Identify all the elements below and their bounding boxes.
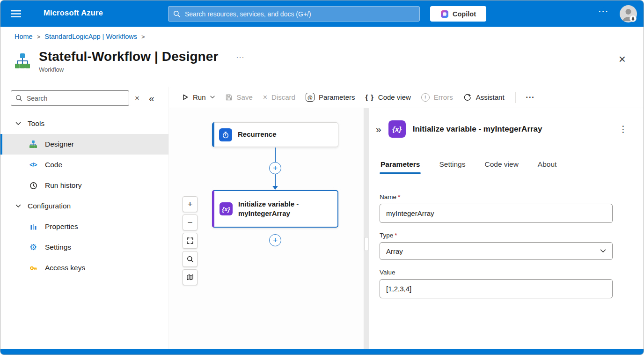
node-initialize-variable[interactable]: {x} Initialize variable - myIntegerArray bbox=[212, 190, 338, 228]
node-accent bbox=[212, 122, 214, 147]
panel-title: Initialize variable - myIntegerArray bbox=[413, 125, 608, 134]
breadcrumb-home-link[interactable]: Home bbox=[15, 33, 33, 40]
assistant-label: Assistant bbox=[476, 93, 505, 101]
play-icon bbox=[182, 94, 189, 101]
tab-settings[interactable]: Settings bbox=[438, 160, 466, 174]
add-step-button[interactable]: + bbox=[269, 234, 281, 246]
node-accent bbox=[212, 190, 214, 228]
type-select[interactable]: Array bbox=[380, 242, 613, 260]
sidebar-search[interactable] bbox=[11, 90, 129, 106]
designer-content: Recurrence + {x} Initialize variable - m… bbox=[169, 108, 644, 349]
errors-icon: ! bbox=[421, 93, 430, 102]
zoom-in-button[interactable]: + bbox=[183, 196, 198, 212]
hamburger-menu-button[interactable] bbox=[9, 7, 23, 20]
insert-step-button[interactable]: + bbox=[269, 162, 281, 174]
sidebar-section-configuration[interactable]: Configuration bbox=[0, 196, 168, 216]
breadcrumb: Home > StandardLogicApp | Workflows > bbox=[0, 27, 644, 46]
workspace: × « Tools bbox=[0, 87, 644, 349]
tab-parameters[interactable]: Parameters bbox=[380, 160, 421, 174]
errors-label: Errors bbox=[434, 93, 453, 101]
avatar-person-lock-icon bbox=[620, 5, 637, 22]
clock-icon bbox=[29, 182, 38, 190]
run-button[interactable]: Run bbox=[176, 90, 220, 104]
close-button[interactable]: × bbox=[619, 53, 626, 65]
save-label: Save bbox=[237, 93, 253, 101]
name-field-label: Name bbox=[380, 193, 396, 200]
node-label: Recurrence bbox=[238, 130, 277, 139]
parameters-button[interactable]: @ Parameters bbox=[300, 89, 360, 105]
global-search[interactable] bbox=[168, 6, 420, 22]
global-search-input[interactable] bbox=[184, 10, 415, 18]
required-asterisk: * bbox=[398, 193, 400, 200]
page-subtitle: Workflow bbox=[39, 66, 245, 73]
header-more-button[interactable]: ··· bbox=[599, 7, 609, 16]
sidebar-item-properties[interactable]: Properties bbox=[0, 216, 168, 237]
sidebar-item-label: Run history bbox=[45, 181, 81, 190]
code-view-button[interactable]: { } Code view bbox=[360, 90, 416, 104]
assistant-sparkle-icon bbox=[463, 93, 472, 102]
tab-code-view[interactable]: Code view bbox=[483, 160, 519, 174]
node-recurrence[interactable]: Recurrence bbox=[212, 122, 338, 147]
key-icon bbox=[29, 264, 38, 272]
chevron-down-icon bbox=[15, 122, 21, 126]
command-bar: Run Save × Discard @ Parameters { } bbox=[169, 87, 644, 108]
breadcrumb-app-link[interactable]: StandardLogicApp | Workflows bbox=[44, 33, 137, 40]
sidebar-search-clear-button[interactable]: × bbox=[135, 94, 139, 102]
discard-button[interactable]: × Discard bbox=[258, 90, 300, 104]
sidebar-item-access-keys[interactable]: Access keys bbox=[0, 258, 168, 278]
designer-workflow-icon bbox=[29, 140, 38, 148]
chevron-down-icon bbox=[210, 96, 215, 99]
sidebar-item-label: Designer bbox=[45, 140, 74, 148]
breadcrumb-separator: > bbox=[141, 33, 145, 40]
designer-main: Run Save × Discard @ Parameters { } bbox=[169, 87, 644, 349]
azure-portal-window: Microsoft Azure Copilot ··· Home bbox=[0, 0, 644, 355]
errors-button[interactable]: ! Errors bbox=[416, 90, 458, 105]
azure-brand[interactable]: Microsoft Azure bbox=[44, 8, 103, 17]
required-asterisk: * bbox=[395, 232, 397, 239]
properties-bars-icon bbox=[29, 223, 38, 230]
code-view-label: Code view bbox=[378, 93, 411, 101]
details-panel: » {x} Initialize variable - myIntegerArr… bbox=[369, 108, 644, 349]
sidebar-item-run-history[interactable]: Run history bbox=[0, 175, 168, 196]
panel-expand-button[interactable]: » bbox=[376, 124, 381, 134]
title-more-button[interactable]: ··· bbox=[236, 53, 245, 61]
section-label: Tools bbox=[28, 119, 44, 128]
sidebar-item-settings[interactable]: ⚙ Settings bbox=[0, 237, 168, 258]
sidebar-item-designer[interactable]: Designer bbox=[0, 134, 168, 155]
canvas-zoom-toolbar: + − bbox=[183, 196, 198, 285]
toolbar-divider bbox=[515, 92, 516, 103]
panel-tabs: Parameters Settings Code view About bbox=[380, 160, 631, 174]
sidebar-section-tools[interactable]: Tools bbox=[0, 113, 168, 134]
fit-icon bbox=[186, 237, 194, 244]
panel-resize-handle[interactable] bbox=[365, 237, 368, 251]
copilot-button[interactable]: Copilot bbox=[430, 6, 486, 22]
tab-about[interactable]: About bbox=[537, 160, 558, 174]
copilot-label: Copilot bbox=[453, 10, 476, 18]
zoom-out-button[interactable]: − bbox=[183, 214, 198, 230]
parameters-at-icon: @ bbox=[306, 93, 315, 102]
name-field[interactable] bbox=[380, 204, 613, 223]
sidebar-item-code[interactable]: </> Code bbox=[0, 155, 168, 175]
minimap-button[interactable] bbox=[183, 269, 198, 285]
toolbar-more-button[interactable]: ··· bbox=[521, 90, 540, 104]
discard-label: Discard bbox=[271, 93, 295, 101]
map-icon bbox=[186, 274, 194, 281]
save-button[interactable]: Save bbox=[220, 90, 258, 104]
fit-to-window-button[interactable] bbox=[183, 233, 198, 249]
recurrence-clock-icon bbox=[219, 128, 232, 141]
panel-divider bbox=[364, 108, 369, 349]
sidebar-item-label: Access keys bbox=[45, 264, 85, 272]
designer-canvas[interactable]: Recurrence + {x} Initialize variable - m… bbox=[169, 108, 364, 349]
panel-menu-button[interactable]: ⋮ bbox=[615, 124, 631, 134]
sidebar-search-input[interactable] bbox=[26, 94, 124, 103]
chevron-down-icon bbox=[15, 204, 21, 208]
workflow-icon bbox=[14, 52, 31, 70]
sidebar-item-label: Properties bbox=[45, 222, 78, 231]
sidebar-item-label: Code bbox=[45, 161, 62, 169]
avatar[interactable] bbox=[620, 5, 637, 22]
assistant-button[interactable]: Assistant bbox=[458, 90, 510, 105]
canvas-search-button[interactable] bbox=[183, 251, 198, 267]
page-header: Stateful-Workflow | Designer ··· Workflo… bbox=[0, 46, 644, 87]
value-field[interactable] bbox=[380, 279, 613, 298]
sidebar-collapse-button[interactable]: « bbox=[149, 93, 154, 103]
